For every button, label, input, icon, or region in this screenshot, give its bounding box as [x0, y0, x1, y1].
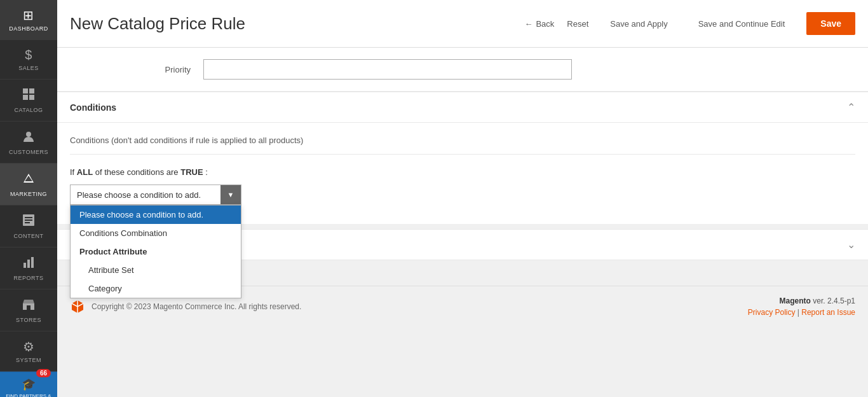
svg-rect-13: [31, 257, 34, 268]
conditions-title: Conditions: [70, 102, 116, 113]
dropdown-option-category[interactable]: Category: [71, 279, 241, 298]
priority-label: Priority: [76, 65, 203, 74]
sidebar-item-sales[interactable]: $ Sales: [0, 40, 57, 80]
sidebar-item-customers[interactable]: Customers: [0, 122, 57, 164]
sidebar-item-label: Content: [14, 233, 44, 239]
header-actions: ← Back Reset Save and Apply Save and Con…: [524, 12, 855, 35]
find-partners-icon: 🎓: [3, 377, 54, 391]
footer-copyright: Copyright © 2023 Magento Commerce Inc. A…: [92, 302, 301, 311]
conditions-chevron-icon: ⌃: [847, 101, 855, 113]
footer-policy-links: Privacy Policy | Report an Issue: [748, 308, 855, 317]
sidebar-item-label: Catalog: [14, 107, 43, 113]
content-area: Priority Conditions ⌃ Conditions (don't …: [57, 48, 868, 397]
extensions-badge: 66: [36, 369, 51, 377]
customers-icon: [22, 129, 36, 146]
condition-select-display[interactable]: Please choose a condition to add. ▼: [70, 185, 241, 205]
dropdown-option-conditions-combination[interactable]: Conditions Combination: [71, 224, 241, 242]
content-icon: [22, 213, 36, 230]
svg-rect-11: [24, 263, 26, 268]
conditions-description: Conditions (don't add conditions if rule…: [70, 136, 855, 155]
condition-dropdown-menu: Please choose a condition to add. Condit…: [70, 205, 241, 298]
conditions-section: Conditions ⌃ Conditions (don't add condi…: [57, 92, 868, 224]
rule-suffix: :: [205, 167, 208, 177]
svg-rect-1: [29, 88, 34, 94]
condition-select-text: Please choose a condition to add.: [71, 190, 220, 200]
footer-version: Magento ver. 2.4.5-p1: [748, 296, 855, 305]
sidebar-item-content[interactable]: Content: [0, 205, 57, 247]
priority-input[interactable]: [203, 59, 572, 80]
save-button[interactable]: Save: [806, 12, 855, 35]
page-header: New Catalog Price Rule ← Back Reset Save…: [57, 0, 868, 48]
svg-rect-0: [23, 88, 28, 94]
dropdown-arrow-icon: ▼: [220, 185, 241, 204]
page-title: New Catalog Price Rule: [70, 14, 524, 34]
sidebar-item-label: Stores: [16, 317, 41, 323]
conditions-body: Conditions (don't add conditions if rule…: [57, 123, 868, 224]
svg-rect-2: [23, 95, 28, 100]
sidebar-item-label: Marketing: [10, 191, 47, 197]
svg-rect-3: [29, 95, 34, 100]
svg-rect-12: [27, 260, 30, 268]
stores-icon: [22, 297, 36, 314]
svg-rect-9: [25, 219, 32, 221]
sidebar-item-label: Sales: [18, 65, 39, 71]
footer-logo: Copyright © 2023 Magento Commerce Inc. A…: [70, 299, 301, 314]
actions-chevron-icon: ⌄: [847, 239, 855, 251]
sidebar-item-label: Reports: [14, 275, 44, 281]
svg-point-4: [26, 132, 31, 137]
reports-icon: [22, 255, 36, 272]
sidebar-item-stores[interactable]: Stores: [0, 289, 57, 331]
marketing-icon: [22, 171, 36, 188]
version-number: ver. 2.4.5-p1: [813, 296, 855, 305]
sidebar: ⊞ Dashboard $ Sales Catalog Customers: [0, 0, 57, 397]
condition-dropdown-wrapper: Please choose a condition to add. ▼ Plea…: [70, 185, 241, 205]
svg-rect-10: [25, 222, 30, 223]
sidebar-item-label: Dashboard: [9, 25, 48, 32]
sidebar-item-label: System: [16, 357, 41, 363]
main-content: New Catalog Price Rule ← Back Reset Save…: [57, 0, 868, 397]
system-icon: ⚙: [23, 339, 35, 354]
conditions-rule: If ALL of these conditions are TRUE :: [70, 167, 855, 177]
sidebar-item-catalog[interactable]: Catalog: [0, 80, 57, 122]
catalog-icon: [22, 87, 36, 104]
dropdown-group-product-attribute: Product Attribute: [71, 242, 241, 261]
rule-middle: of these conditions are: [95, 167, 179, 177]
rule-all-keyword: ALL: [77, 167, 93, 177]
back-arrow-icon: ←: [524, 19, 532, 29]
find-partners-button[interactable]: 66 🎓 FIND PARTNERS & EXTENSIONS: [0, 372, 57, 397]
magento-brand: Magento: [780, 296, 811, 305]
sidebar-item-dashboard[interactable]: ⊞ Dashboard: [0, 0, 57, 40]
dashboard-icon: ⊞: [23, 8, 34, 23]
svg-rect-15: [27, 305, 31, 310]
save-apply-button[interactable]: Save and Apply: [601, 14, 676, 34]
magento-logo-icon: [70, 299, 85, 314]
sidebar-item-label: Customers: [9, 149, 48, 155]
sidebar-item-system[interactable]: ⚙ System: [0, 331, 57, 372]
dropdown-option-attribute-set[interactable]: Attribute Set: [71, 261, 241, 279]
find-partners-label: FIND PARTNERS & EXTENSIONS: [6, 393, 51, 397]
privacy-policy-link[interactable]: Privacy Policy: [748, 308, 796, 317]
svg-rect-8: [25, 217, 32, 218]
save-continue-button[interactable]: Save and Continue Edit: [689, 14, 794, 34]
sidebar-item-reports[interactable]: Reports: [0, 247, 57, 289]
rule-true-keyword: TRUE: [180, 167, 203, 177]
footer-links: Magento ver. 2.4.5-p1 Privacy Policy | R…: [748, 296, 855, 317]
report-issue-link[interactable]: Report an Issue: [801, 308, 855, 317]
sidebar-item-marketing[interactable]: Marketing: [0, 164, 57, 205]
rule-if: If: [70, 167, 74, 177]
back-button[interactable]: ← Back: [524, 19, 554, 29]
reset-button[interactable]: Reset: [567, 19, 588, 29]
conditions-section-header[interactable]: Conditions ⌃: [57, 92, 868, 123]
priority-row: Priority: [57, 48, 868, 92]
dropdown-option-placeholder[interactable]: Please choose a condition to add.: [71, 205, 241, 224]
sales-icon: $: [25, 48, 32, 62]
